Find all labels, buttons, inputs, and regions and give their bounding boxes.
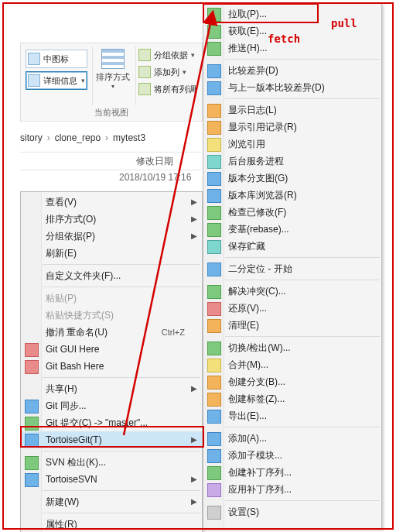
submenu-arrow-icon: ▶ — [191, 493, 197, 510]
tortoisegit-item[interactable]: 版本分支图(G) — [203, 170, 381, 187]
menu-item-icon — [207, 342, 221, 355]
tortoisegit-item[interactable]: 保存贮藏 — [203, 238, 381, 255]
menu-item-label: 刷新(E) — [46, 248, 77, 259]
menu-item-icon — [207, 42, 221, 56]
menu-item-label: 版本分支图(G) — [228, 173, 288, 184]
menu-separator — [43, 377, 200, 378]
context-menu-item[interactable]: Git GUI Here — [21, 341, 202, 358]
view-medium-icons[interactable]: 中图标 — [26, 50, 87, 68]
tortoisegit-item[interactable]: 切换/检出(W)... — [203, 339, 381, 356]
menu-item-icon — [207, 81, 221, 95]
menu-item-label: 属性(R) — [46, 519, 77, 530]
menu-item-label: Git GUI Here — [46, 344, 99, 355]
tortoisegit-item[interactable]: 还原(V)... — [203, 300, 381, 317]
tortoisegit-item[interactable]: 添加(A)... — [203, 430, 381, 447]
menu-item-icon — [207, 189, 221, 203]
sort-label: 排序方式 — [96, 71, 130, 83]
add-column-icon — [138, 66, 151, 78]
menu-item-label: 分组依据(P) — [46, 231, 95, 242]
menu-item-label: 应用补丁序列... — [228, 484, 292, 495]
tortoisegit-item[interactable]: 后台服务进程 — [203, 153, 381, 170]
menu-item-label: 新建(W) — [46, 496, 79, 507]
tortoisegit-item[interactable]: 清理(E) — [203, 317, 381, 334]
menu-item-icon — [207, 466, 221, 480]
context-menu-item[interactable]: Git 提交(C) -> "master"... — [21, 414, 202, 431]
context-menu-item[interactable]: 排序方式(O)▶ — [21, 211, 202, 228]
tortoisegit-item[interactable]: 显示日志(L) — [203, 101, 381, 118]
size-columns-icon — [138, 83, 151, 95]
tortoisegit-item[interactable]: 二分定位 - 开始 — [203, 260, 381, 277]
size-columns-button[interactable]: 将所有列调 — [135, 81, 202, 98]
tortoisegit-item[interactable]: 导出(E)... — [203, 407, 381, 424]
context-menu-item[interactable]: SVN 检出(K)... — [21, 454, 202, 471]
context-menu-item[interactable]: 新建(W)▶ — [21, 493, 202, 510]
context-menu-item[interactable]: TortoiseSVN▶ — [21, 471, 202, 488]
context-menu-item[interactable]: 刷新(E) — [21, 245, 202, 262]
breadcrumb-item[interactable]: mytest3 — [113, 132, 145, 143]
menu-item-label: 获取(E)... — [228, 26, 267, 36]
menu-item-icon — [207, 138, 221, 152]
menu-item-label: 自定义文件夹(F)... — [46, 270, 121, 281]
view-details[interactable]: 详细信息 ▾ — [26, 71, 87, 90]
menu-separator — [43, 264, 200, 265]
chevron-right-icon: › — [47, 132, 50, 143]
menu-item-icon — [207, 172, 221, 186]
sort-by-button[interactable]: 排序方式 ▾ — [92, 46, 134, 91]
tortoisegit-item[interactable]: 显示引用记录(R) — [203, 118, 381, 136]
menu-item-label: 添加(A)... — [228, 433, 267, 444]
context-menu-item[interactable]: Git Bash Here — [21, 358, 202, 375]
column-header-date[interactable]: 修改日期 — [136, 155, 173, 168]
tortoisegit-item[interactable]: 创建补丁序列... — [203, 464, 381, 481]
context-menu-item[interactable]: 自定义文件夹(F)... — [21, 267, 202, 284]
menu-item-label: 粘贴快捷方式(S) — [46, 310, 114, 321]
list-row[interactable]: 2018/10/19 17:16 — [20, 172, 201, 183]
context-menu-item[interactable]: 撤消 重命名(U)Ctrl+Z — [21, 324, 202, 341]
tortoisegit-item[interactable]: 解决冲突(C)... — [203, 283, 381, 300]
breadcrumb-item[interactable]: clone_repo — [55, 132, 101, 143]
menu-item-icon — [207, 240, 221, 254]
menu-item-label: 版本库浏览器(R) — [228, 190, 297, 201]
menu-item-icon — [207, 359, 221, 372]
tortoisegit-item[interactable]: 检查已修改(F) — [203, 204, 381, 221]
tortoisegit-item[interactable]: 版本库浏览器(R) — [203, 187, 381, 204]
menu-separator — [225, 427, 380, 427]
menu-item-icon — [207, 410, 221, 424]
context-menu-item[interactable]: 查看(V)▶ — [21, 194, 202, 211]
menu-separator — [43, 451, 200, 451]
tortoisegit-item[interactable]: 设置(S) — [203, 503, 381, 520]
menu-separator — [43, 490, 200, 491]
menu-item-label: Git Bash Here — [46, 361, 104, 372]
tortoisegit-item[interactable]: 浏览引用 — [203, 136, 381, 153]
context-menu-item[interactable]: 共享(H)▶ — [21, 380, 202, 397]
menu-separator — [225, 500, 380, 501]
breadcrumb-item[interactable]: sitory — [20, 132, 43, 143]
menu-item-icon — [25, 456, 39, 470]
group-by-button[interactable]: 分组依据 ▾ — [135, 46, 202, 63]
menu-item-icon — [207, 104, 221, 118]
tortoisegit-item[interactable]: 合并(M)... — [203, 356, 381, 373]
menu-separator — [225, 336, 380, 337]
tortoisegit-item[interactable]: 变基(rebase)... — [203, 221, 381, 238]
menu-item-icon — [25, 400, 39, 414]
submenu-arrow-icon: ▶ — [191, 211, 197, 228]
menu-separator — [225, 257, 380, 258]
context-menu-item[interactable]: TortoiseGit(T)▶ — [21, 431, 202, 448]
context-menu-item[interactable]: 属性(R) — [21, 516, 202, 532]
explorer-context-menu: 查看(V)▶排序方式(O)▶分组依据(P)▶刷新(E)自定义文件夹(F)...粘… — [20, 191, 203, 532]
context-menu-item[interactable]: Git 同步... — [21, 397, 202, 414]
menu-item-label: 与上一版本比较差异(D) — [228, 82, 325, 93]
context-menu-item: 粘贴(P) — [21, 290, 202, 307]
tortoisegit-item[interactable]: 与上一版本比较差异(D) — [203, 79, 381, 96]
tortoisegit-item[interactable]: 创建分支(B)... — [203, 373, 381, 390]
tortoisegit-item[interactable]: 应用补丁序列... — [203, 481, 381, 498]
menu-item-label: 导出(E)... — [228, 410, 267, 421]
tortoisegit-item[interactable]: 添加子模块... — [203, 447, 381, 464]
menu-item-label: 二分定位 - 开始 — [228, 263, 292, 274]
menu-item-label: 创建补丁序列... — [228, 467, 292, 478]
tortoisegit-item[interactable]: 比较差异(D) — [203, 62, 381, 79]
add-column-button[interactable]: 添加列 ▾ — [135, 63, 202, 81]
context-menu-item[interactable]: 分组依据(P)▶ — [21, 228, 202, 245]
menu-item-label: 粘贴(P) — [46, 293, 77, 304]
tortoisegit-item[interactable]: 创建标签(Z)... — [203, 390, 381, 407]
column-headers[interactable]: 修改日期 — [20, 152, 201, 170]
